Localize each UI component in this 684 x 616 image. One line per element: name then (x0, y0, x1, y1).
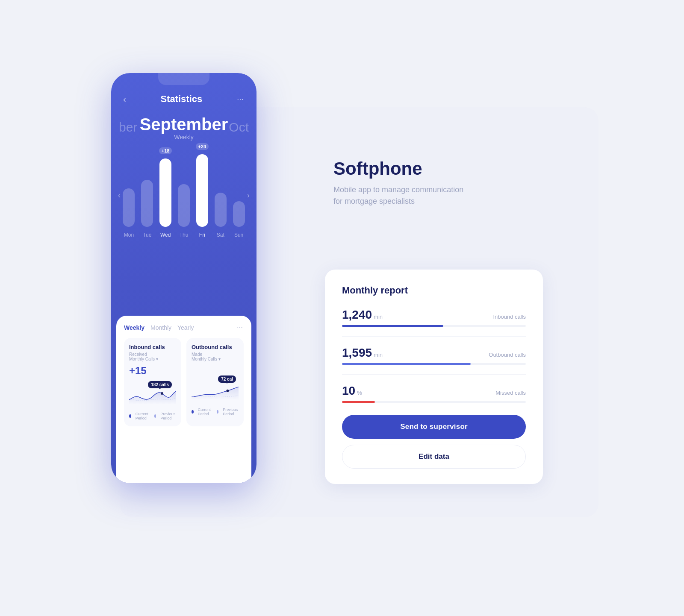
phone-mockup: ‹ Statistics ⋯ ber September Weekly Oct … (111, 73, 256, 483)
mini-card-outbound: Outbound calls MadeMonthly Calls ▾ (186, 338, 244, 426)
report-outbound-label: Outbound calls (489, 352, 526, 358)
legend-dot-prev-2 (217, 410, 219, 414)
scene: Softphone Mobile app to manage communica… (86, 73, 598, 543)
report-row-missed: 10% Missed calls (342, 384, 526, 403)
softphone-subtitle: Mobile app to manage communicationfor mo… (333, 184, 530, 207)
report-actions: Send to supervisor Edit data (342, 415, 526, 469)
back-icon[interactable]: ‹ (123, 94, 126, 104)
missed-progress-bg (342, 401, 526, 403)
report-inbound-value: 1,240min (342, 308, 383, 322)
legend-outbound: Current Period Previous Period (192, 408, 239, 416)
bar-thu: Thu (175, 178, 193, 238)
month-scroll: ber September Weekly Oct (111, 106, 256, 141)
mini-dots-icon[interactable]: ⋯ (237, 324, 244, 331)
legend-text-current-2: Current Period (198, 408, 212, 416)
tab-monthly[interactable]: Monthly (150, 324, 171, 331)
tab-row: Weekly Monthly Yearly ⋯ (124, 324, 244, 331)
report-row-outbound: 1,595min Outbound calls (342, 346, 526, 365)
report-row-outbound-header: 1,595min Outbound calls (342, 346, 526, 360)
legend-dot-current (129, 414, 131, 418)
divider-2 (342, 374, 526, 375)
mini-card-inbound: Inbound calls ReceivedMonthly Calls ▾ +1… (124, 338, 181, 426)
divider-1 (342, 336, 526, 337)
softphone-info: Softphone Mobile app to manage communica… (333, 158, 530, 207)
phone-notch (158, 73, 209, 85)
legend-text-prev-2: Previous Period (223, 408, 239, 416)
bar-tue: Tue (138, 174, 156, 238)
report-row-inbound-header: 1,240min Inbound calls (342, 308, 526, 322)
softphone-title: Softphone (333, 158, 530, 179)
bar-sat: Sat (211, 187, 230, 238)
inbound-progress-bg (342, 325, 526, 327)
bars-container: ‹ Mon Tue +18 Wed (118, 153, 250, 238)
bar-fri: +24 Fri (193, 143, 211, 238)
month-name: September (140, 115, 228, 134)
month-prev[interactable]: ber (119, 120, 137, 135)
chart-nav-left-icon[interactable]: ‹ (118, 191, 121, 200)
phone-header-title: Statistics (160, 94, 202, 105)
outbound-progress-fill (342, 363, 471, 365)
send-to-supervisor-button[interactable]: Send to supervisor (342, 415, 526, 439)
report-missed-value: 10% (342, 384, 362, 398)
missed-progress-fill (342, 401, 375, 403)
mini-card-inbound-title: Inbound calls (129, 344, 176, 350)
outbound-progress-bg (342, 363, 526, 365)
legend-text-prev: Previous Period (160, 412, 176, 420)
month-period: Weekly (140, 134, 228, 141)
tooltip-outbound: 72 cal (218, 375, 236, 383)
tabs: Weekly Monthly Yearly (124, 324, 194, 331)
report-row-missed-header: 10% Missed calls (342, 384, 526, 398)
report-inbound-label: Inbound calls (493, 314, 526, 320)
mini-cards-row: Inbound calls ReceivedMonthly Calls ▾ +1… (124, 338, 244, 426)
tab-weekly[interactable]: Weekly (124, 324, 144, 331)
mini-card-inbound-value: +15 (129, 365, 176, 377)
mini-card-inbound-subtitle: ReceivedMonthly Calls ▾ (129, 352, 176, 361)
chart-area: ‹ Mon Tue +18 Wed (111, 141, 256, 311)
legend-text-current: Current Period (136, 412, 150, 420)
phone-bottom-card: Weekly Monthly Yearly ⋯ Inbound calls Re… (116, 316, 251, 483)
mini-card-outbound-title: Outbound calls (192, 344, 239, 350)
svg-point-0 (161, 392, 163, 395)
tab-yearly[interactable]: Yearly (177, 324, 194, 331)
report-title: Monthly report (342, 285, 526, 296)
phone-header: ‹ Statistics ⋯ (111, 85, 256, 106)
sparkline-outbound: 72 cal (192, 374, 239, 404)
chart-nav-right-icon[interactable]: › (247, 191, 250, 200)
report-outbound-value: 1,595min (342, 346, 383, 360)
phone-dots-icon[interactable]: ⋯ (237, 95, 245, 103)
report-missed-label: Missed calls (495, 390, 526, 396)
inbound-progress-fill (342, 325, 443, 327)
tooltip-inbound: 182 calls (148, 381, 172, 388)
legend-dot-current-2 (192, 410, 194, 414)
bar-mon: Mon (120, 182, 138, 238)
legend-inbound: Current Period Previous Period (129, 412, 176, 420)
svg-point-1 (226, 390, 229, 392)
month-next[interactable]: Oct (229, 120, 249, 135)
bar-sun: Sun (230, 195, 248, 238)
month-current: September Weekly (140, 115, 228, 141)
report-card: Monthly report 1,240min Inbound calls 1,… (325, 270, 543, 484)
legend-dot-prev (154, 414, 156, 418)
report-row-inbound: 1,240min Inbound calls (342, 308, 526, 327)
edit-data-button[interactable]: Edit data (342, 445, 526, 469)
sparkline-inbound: 182 calls (129, 378, 176, 408)
bar-wed: +18 Wed (156, 147, 175, 238)
mini-card-outbound-subtitle: MadeMonthly Calls ▾ (192, 352, 239, 361)
